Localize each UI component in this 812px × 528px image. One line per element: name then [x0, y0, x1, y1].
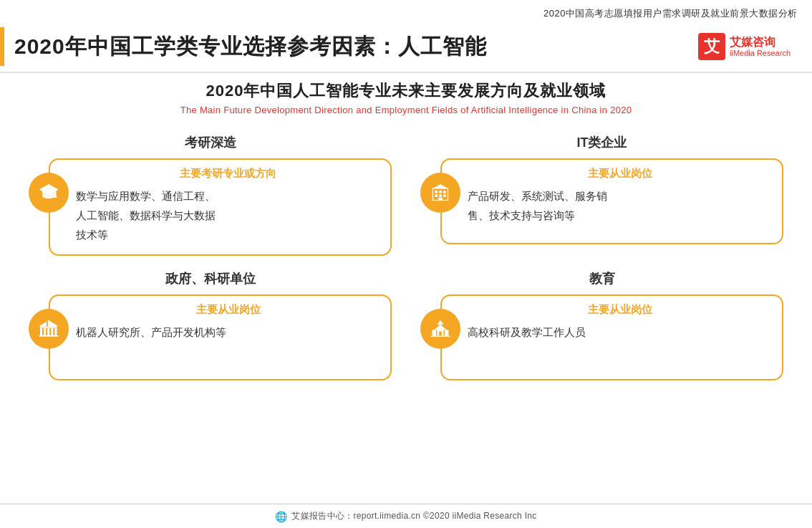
section-title-cn: 2020年中国人工智能专业未来主要发展方向及就业领域 [0, 80, 812, 102]
svg-marker-11 [433, 184, 448, 188]
card-wrapper-it: 主要从业岗位 产品研发、系统测试、服务销售、技术支持与咨询等 [420, 158, 783, 244]
icon-circle-it [420, 173, 460, 213]
svg-rect-13 [40, 328, 42, 336]
quadrant-title-it: IT类企业 [577, 134, 627, 151]
svg-marker-25 [434, 325, 447, 330]
quadrant-title-education: 教育 [589, 270, 615, 287]
svg-rect-16 [51, 328, 53, 336]
svg-rect-18 [40, 326, 57, 327]
svg-rect-20 [47, 322, 48, 327]
card-content-government: 机器人研究所、产品开发机构等 [76, 322, 380, 342]
svg-rect-12 [39, 335, 59, 337]
info-card-government: 主要从业岗位 机器人研究所、产品开发机构等 [49, 294, 392, 380]
card-wrapper-kaoyan: 主要考研专业或方向 数学与应用数学、通信工程、人工智能、数据科学与大数据技术等 [29, 158, 392, 256]
card-label-government: 主要从业岗位 [76, 303, 380, 317]
svg-rect-5 [439, 191, 442, 193]
svg-rect-27 [439, 332, 442, 336]
info-card-kaoyan: 主要考研专业或方向 数学与应用数学、通信工程、人工智能、数据科学与大数据技术等 [49, 158, 392, 256]
footer-text: 艾媒报告中心：report.iimedia.cn ©2020 iiMedia R… [291, 510, 536, 522]
footer: 🌐 艾媒报告中心：report.iimedia.cn ©2020 iiMedia… [0, 504, 812, 528]
quadrant-it: IT类企业 主要从业岗位 产品研发、系统测试、服务销售、技术支持与咨询等 [420, 134, 783, 256]
svg-rect-8 [439, 194, 442, 197]
svg-rect-1 [55, 190, 57, 196]
main-title-section: 2020年中国工学类专业选择参考因素：人工智能 艾 艾媒咨询 iiMedia R… [0, 23, 812, 73]
svg-rect-15 [47, 328, 49, 336]
svg-rect-7 [435, 194, 438, 197]
card-content-education: 高校科研及教学工作人员 [468, 322, 772, 342]
card-content-it: 产品研发、系统测试、服务销售、技术支持与咨询等 [468, 186, 772, 225]
svg-rect-9 [443, 194, 446, 197]
title-bar-accent [0, 27, 4, 66]
svg-rect-23 [445, 330, 448, 336]
svg-point-2 [54, 196, 57, 198]
section-heading: 2020年中国人工智能专业未来主要发展方向及就业领域 The Main Futu… [0, 80, 812, 115]
icon-circle-government [29, 309, 69, 349]
page-wrapper: 2020中国高考志愿填报用户需求调研及就业前景大数据分析 2020年中国工学类专… [0, 0, 812, 528]
svg-rect-10 [438, 198, 443, 201]
quadrant-grid: 考研深造 主要考研专业或方向 数学与应用数学、通信工程、人工智能、数据科学与大数… [0, 123, 812, 399]
card-label-education: 主要从业岗位 [468, 303, 772, 317]
logo-ai-char: 艾 [698, 33, 725, 60]
svg-rect-22 [432, 330, 436, 336]
logo-area: 艾 艾媒咨询 iiMedia Research [698, 33, 791, 60]
svg-rect-14 [44, 328, 46, 336]
quadrant-education: 教育 主要从业岗位 高校科研及教学工作人员 [420, 270, 783, 392]
quadrant-kaoyan: 考研深造 主要考研专业或方向 数学与应用数学、通信工程、人工智能、数据科学与大数… [29, 134, 392, 256]
logo-box: 艾 艾媒咨询 iiMedia Research [698, 33, 791, 60]
svg-rect-6 [443, 191, 446, 193]
report-title: 2020中国高考志愿填报用户需求调研及就业前景大数据分析 [0, 0, 812, 23]
main-title-text: 2020年中国工学类专业选择参考因素：人工智能 [14, 32, 487, 62]
logo-cn-name: 艾媒咨询 [730, 35, 791, 49]
quadrant-title-government: 政府、科研单位 [165, 270, 256, 287]
info-card-it: 主要从业岗位 产品研发、系统测试、服务销售、技术支持与咨询等 [440, 158, 783, 244]
section-title-en: The Main Future Development Direction an… [0, 105, 812, 115]
svg-rect-17 [54, 328, 57, 336]
info-card-education: 主要从业岗位 高校科研及教学工作人员 [440, 294, 783, 380]
footer-globe-icon: 🌐 [275, 511, 287, 522]
svg-rect-21 [431, 336, 450, 337]
card-wrapper-education: 主要从业岗位 高校科研及教学工作人员 [420, 294, 783, 380]
main-title-left: 2020年中国工学类专业选择参考因素：人工智能 [0, 27, 487, 66]
quadrant-government: 政府、科研单位 主要从业岗位 机器人研究所、产品开发机构等 [29, 270, 392, 392]
logo-en-name: iiMedia Research [730, 49, 791, 58]
icon-circle-education [420, 309, 460, 349]
card-wrapper-government: 主要从业岗位 机器人研究所、产品开发机构等 [29, 294, 392, 380]
quadrant-title-kaoyan: 考研深造 [185, 134, 236, 151]
logo-text-right: 艾媒咨询 iiMedia Research [730, 35, 791, 58]
card-label-it: 主要从业岗位 [468, 167, 772, 181]
report-title-text: 2020中国高考志愿填报用户需求调研及就业前景大数据分析 [543, 8, 798, 19]
svg-marker-19 [39, 320, 59, 326]
card-content-kaoyan: 数学与应用数学、通信工程、人工智能、数据科学与大数据技术等 [76, 186, 380, 244]
svg-rect-28 [440, 321, 440, 325]
icon-circle-kaoyan [29, 173, 69, 213]
card-label-kaoyan: 主要考研专业或方向 [76, 167, 380, 181]
svg-rect-4 [435, 191, 438, 193]
